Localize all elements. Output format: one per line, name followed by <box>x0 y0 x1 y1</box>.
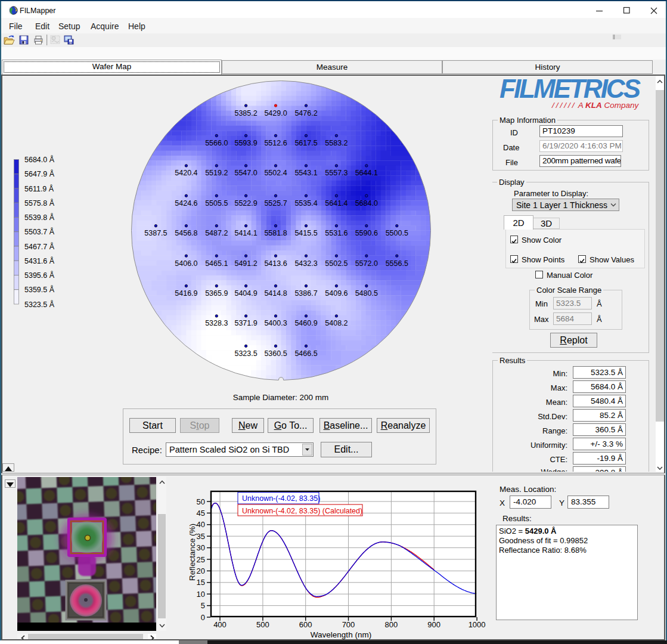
svg-text:5572.0: 5572.0 <box>355 259 378 268</box>
svg-text:5539.8 Å: 5539.8 Å <box>24 213 55 222</box>
svg-text:5323.5 Å: 5323.5 Å <box>24 300 55 309</box>
svg-text:5371.9: 5371.9 <box>234 319 257 327</box>
svg-text:5395.6 Å: 5395.6 Å <box>24 271 55 280</box>
svg-text:5406.0: 5406.0 <box>175 259 197 268</box>
svg-text:Unknown-(-4.02, 83.35): Unknown-(-4.02, 83.35) <box>242 494 320 503</box>
svg-text:5414.8: 5414.8 <box>264 289 287 298</box>
svg-text:5323.5: 5323.5 <box>234 349 257 358</box>
svg-text:5360.5: 5360.5 <box>264 349 287 358</box>
svg-text:5647.9 Å: 5647.9 Å <box>24 169 55 178</box>
svg-text:5503.7 Å: 5503.7 Å <box>24 227 55 236</box>
svg-text:5476.2: 5476.2 <box>294 109 317 117</box>
svg-text:600: 600 <box>299 620 312 629</box>
svg-text:5491.2: 5491.2 <box>234 259 257 268</box>
svg-text:5420.4: 5420.4 <box>175 169 197 177</box>
svg-text:Reflectance (%): Reflectance (%) <box>188 524 197 581</box>
svg-text:5611.9 Å: 5611.9 Å <box>24 184 54 193</box>
svg-text:35: 35 <box>197 532 205 541</box>
svg-text:5404.9: 5404.9 <box>234 289 257 298</box>
svg-text:45: 45 <box>197 509 205 518</box>
svg-text:5500.5: 5500.5 <box>386 229 408 237</box>
svg-text:5535.4: 5535.4 <box>294 199 317 208</box>
svg-text:500: 500 <box>256 620 269 629</box>
svg-text:5409.6: 5409.6 <box>325 289 348 298</box>
svg-text:20: 20 <box>197 566 205 575</box>
svg-text:5467.7 Å: 5467.7 Å <box>24 242 55 251</box>
svg-text:5413.6: 5413.6 <box>264 259 287 268</box>
svg-text:5424.6: 5424.6 <box>175 199 197 208</box>
svg-text:5522.9: 5522.9 <box>234 199 257 208</box>
svg-text:5431.6 Å: 5431.6 Å <box>24 256 55 265</box>
svg-text:15: 15 <box>197 578 205 587</box>
svg-text:Sample Diameter: 200 mm: Sample Diameter: 200 mm <box>233 393 329 402</box>
svg-text:5684.0: 5684.0 <box>355 199 378 208</box>
svg-text:5684.0 Å: 5684.0 Å <box>24 155 55 164</box>
svg-text:5543.1: 5543.1 <box>294 169 317 177</box>
svg-text:800: 800 <box>385 620 398 629</box>
svg-text:25: 25 <box>197 555 205 564</box>
svg-text:0: 0 <box>201 613 205 622</box>
svg-text:700: 700 <box>342 620 355 629</box>
svg-text:5408.2: 5408.2 <box>325 319 348 327</box>
svg-text:5556.5: 5556.5 <box>386 259 408 268</box>
svg-text:5416.9: 5416.9 <box>175 289 197 298</box>
svg-text:40: 40 <box>197 520 205 529</box>
svg-text:5502.5: 5502.5 <box>325 259 348 268</box>
svg-text:5456.8: 5456.8 <box>175 229 197 237</box>
svg-text:5460.9: 5460.9 <box>294 319 317 327</box>
svg-text:10: 10 <box>197 590 205 599</box>
svg-text:5328.3: 5328.3 <box>205 319 228 327</box>
svg-text:5365.9: 5365.9 <box>205 289 228 298</box>
svg-text:5414.1: 5414.1 <box>234 229 257 237</box>
svg-text:5502.4: 5502.4 <box>264 169 287 177</box>
svg-text:5557.3: 5557.3 <box>325 169 348 177</box>
svg-text:Unknown-(-4.02, 83.35) (Calcul: Unknown-(-4.02, 83.35) (Calculated) <box>242 507 362 515</box>
svg-text:5387.5: 5387.5 <box>144 229 167 237</box>
svg-text:400: 400 <box>213 620 227 629</box>
svg-text:5415.5: 5415.5 <box>294 229 317 237</box>
svg-text:5575.8 Å: 5575.8 Å <box>24 199 55 208</box>
svg-text:5359.5 Å: 5359.5 Å <box>24 285 55 294</box>
svg-text:5593.9: 5593.9 <box>234 139 257 147</box>
svg-text:50: 50 <box>197 497 205 506</box>
svg-text:5432.3: 5432.3 <box>294 259 317 268</box>
svg-text:5466.5: 5466.5 <box>294 349 317 358</box>
svg-text:5566.0: 5566.0 <box>205 139 228 147</box>
svg-text:5547.0: 5547.0 <box>234 169 257 177</box>
svg-text:30: 30 <box>197 543 205 552</box>
svg-text:5525.7: 5525.7 <box>264 199 287 208</box>
svg-text:5505.5: 5505.5 <box>205 199 228 208</box>
svg-text:900: 900 <box>427 620 440 629</box>
svg-text:5617.5: 5617.5 <box>294 139 317 147</box>
svg-text:5385.2: 5385.2 <box>234 109 257 117</box>
svg-text:Wavelength (nm): Wavelength (nm) <box>311 630 371 639</box>
svg-text:5429.0: 5429.0 <box>264 109 287 117</box>
svg-text:5531.6: 5531.6 <box>325 229 348 237</box>
svg-text:5519.2: 5519.2 <box>205 169 228 177</box>
svg-text:5400.3: 5400.3 <box>264 319 287 327</box>
svg-text:5581.8: 5581.8 <box>264 229 287 237</box>
svg-text:5583.2: 5583.2 <box>325 139 348 147</box>
svg-text:5: 5 <box>201 601 205 610</box>
svg-text:5465.1: 5465.1 <box>205 259 228 268</box>
svg-text:5386.7: 5386.7 <box>294 289 317 298</box>
svg-text:5644.1: 5644.1 <box>355 169 378 177</box>
svg-text:5480.5: 5480.5 <box>355 289 378 298</box>
svg-text:1000: 1000 <box>469 620 486 629</box>
svg-text:5512.6: 5512.6 <box>264 139 287 147</box>
svg-text:5641.4: 5641.4 <box>325 199 348 208</box>
svg-text:5487.2: 5487.2 <box>205 229 228 237</box>
svg-text:5590.6: 5590.6 <box>355 229 378 237</box>
